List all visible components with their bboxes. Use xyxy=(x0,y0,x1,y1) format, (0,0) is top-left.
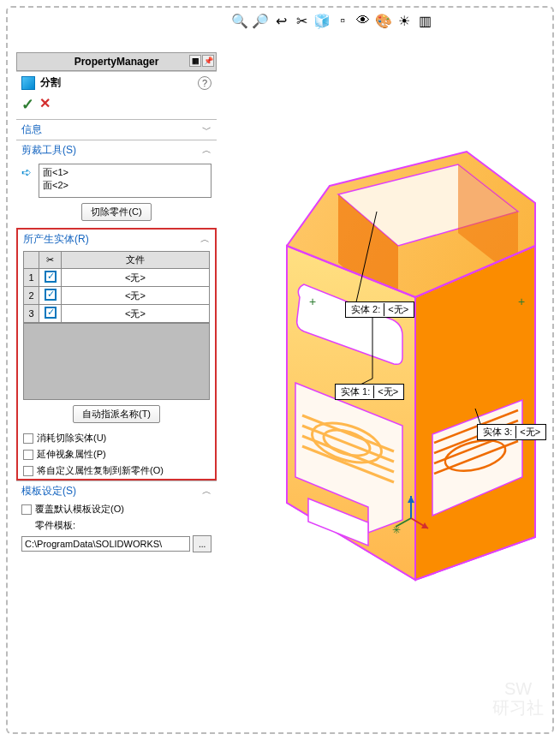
browse-button[interactable]: ... xyxy=(193,535,211,552)
file-cell[interactable]: <无> xyxy=(62,269,210,287)
table-row: 1 <无> xyxy=(24,269,210,287)
graphics-viewport[interactable]: + + ✳ 实体 2: <无> 实体 1: <无> xyxy=(218,40,551,731)
body-checkbox[interactable] xyxy=(39,269,62,287)
cut-part-button[interactable]: 切除零件(C) xyxy=(81,203,151,221)
trim-selection-list[interactable]: 面<1> 面<2> xyxy=(39,164,211,198)
svg-text:+: + xyxy=(518,295,525,308)
body-checkbox[interactable] xyxy=(39,305,62,323)
template-label: 零件模板: xyxy=(35,519,75,532)
cancel-button[interactable]: ✕ xyxy=(39,95,51,114)
view-settings-icon[interactable]: ▥ xyxy=(415,11,434,30)
chevron-up-icon: ︿ xyxy=(200,233,210,246)
ok-button[interactable]: ✓ xyxy=(21,95,34,114)
split-feature-icon xyxy=(21,76,35,90)
table-row: 3 <无> xyxy=(24,305,210,323)
section-template[interactable]: 模板设定(S) ︿ xyxy=(16,481,217,501)
zoom-area-icon[interactable]: 🔎 xyxy=(251,11,270,30)
hide-show-icon[interactable]: 👁 xyxy=(354,11,372,30)
prev-view-icon[interactable]: ↩ xyxy=(271,11,290,30)
template-path-input[interactable] xyxy=(21,536,190,552)
property-manager-panel: PropertyManager ▦ 📌 分割 ? ✓ ✕ 信息 ﹀ 剪裁工具(S… xyxy=(16,52,217,554)
pushpin-icon[interactable]: 📌 xyxy=(202,55,214,67)
heads-up-toolbar: 🔍 🔎 ↩ ✂ 🧊 ▫ 👁 🎨 ☀ ▥ xyxy=(230,11,434,30)
table-empty-area xyxy=(23,323,210,400)
bodies-table: ✂ 文件 1 <无> 2 <无> 3 xyxy=(23,251,210,323)
watermark: SW 研习社 xyxy=(492,679,544,717)
view-orient-icon[interactable]: 🧊 xyxy=(313,11,331,30)
callout-body-3[interactable]: 实体 3: <无> xyxy=(477,424,546,440)
display-style-icon[interactable]: ▫ xyxy=(333,11,352,30)
appearance-icon[interactable]: 🎨 xyxy=(374,11,393,30)
scissors-icon[interactable]: ✂ xyxy=(39,252,62,269)
section-view-icon[interactable]: ✂ xyxy=(292,11,311,30)
auto-assign-button[interactable]: 自动指派名称(T) xyxy=(73,405,160,423)
body-checkbox[interactable] xyxy=(39,287,62,305)
svg-text:+: + xyxy=(309,295,316,308)
pm-title: PropertyManager xyxy=(74,56,159,68)
copy-props-checkbox[interactable] xyxy=(23,466,33,476)
consume-checkbox[interactable] xyxy=(23,433,33,444)
scene-icon[interactable]: ☀ xyxy=(395,11,414,30)
callout-body-1[interactable]: 实体 1: <无> xyxy=(335,384,404,400)
section-info[interactable]: 信息 ﹀ xyxy=(16,120,217,140)
callout-body-2[interactable]: 实体 2: <无> xyxy=(345,301,414,318)
section-resulting-bodies[interactable]: 所产生实体(R) ︿ xyxy=(18,230,215,249)
file-cell[interactable]: <无> xyxy=(62,287,210,305)
file-column-header: 文件 xyxy=(62,252,210,269)
keep-visible-icon[interactable]: ▦ xyxy=(189,55,201,67)
selection-arrow-icon: ➪ xyxy=(21,165,33,177)
chevron-down-icon: ﹀ xyxy=(202,123,211,136)
chevron-up-icon: ︿ xyxy=(202,485,211,498)
zoom-fit-icon[interactable]: 🔍 xyxy=(230,11,249,30)
override-template-checkbox[interactable] xyxy=(21,504,32,515)
pm-header: PropertyManager ▦ 📌 xyxy=(16,52,217,71)
svg-text:✳: ✳ xyxy=(392,524,401,536)
file-cell[interactable]: <无> xyxy=(62,305,210,323)
chevron-up-icon: ︿ xyxy=(202,144,211,157)
table-row: 2 <无> xyxy=(24,287,210,305)
help-icon[interactable]: ? xyxy=(198,76,211,90)
section-trim-tools[interactable]: 剪裁工具(S) ︿ xyxy=(16,140,217,160)
propagate-checkbox[interactable] xyxy=(23,450,33,460)
feature-name: 分割 xyxy=(40,75,198,90)
